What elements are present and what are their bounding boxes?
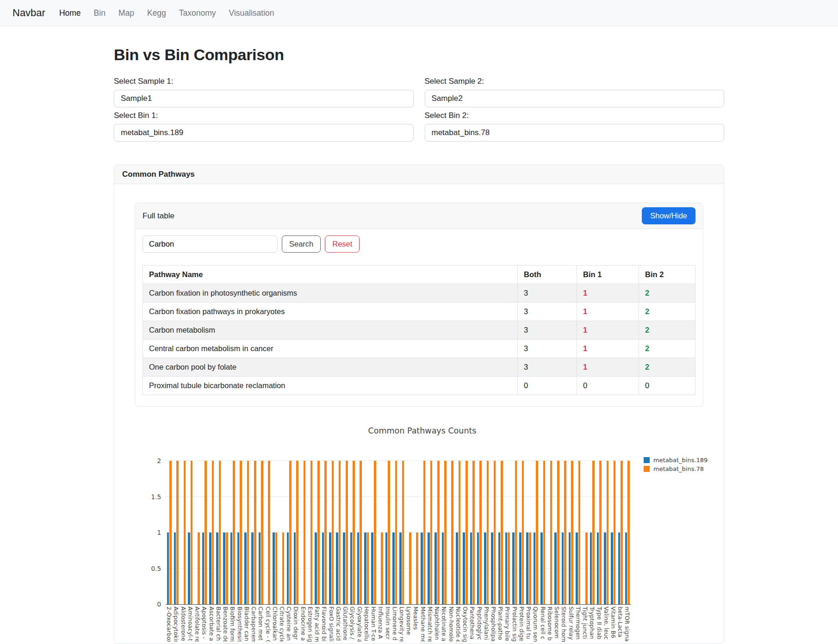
nav-item-home[interactable]: Home (59, 8, 81, 18)
nav-item-map[interactable]: Map (118, 8, 134, 18)
bar-group (511, 461, 518, 604)
bin2-select[interactable] (425, 124, 725, 142)
bar (261, 461, 263, 604)
nav-item-kegg[interactable]: Kegg (147, 8, 166, 18)
bar (463, 533, 465, 604)
column-bin2: Bin 2 (639, 266, 695, 284)
navbar: Navbar Home Bin Map Kegg Taxonomy Visual… (0, 0, 838, 26)
x-axis-tick-label: Mismatch re (427, 607, 434, 642)
common-pathways-card-body: Full table Show/Hide Search Reset (114, 184, 724, 644)
bar-group (405, 461, 412, 604)
bar-group (173, 461, 180, 604)
x-axis-tick-label: Bladder can (243, 607, 250, 642)
bar-group (335, 461, 342, 604)
search-input[interactable] (143, 235, 278, 253)
bar (479, 461, 482, 604)
bar (604, 533, 606, 604)
bar (550, 461, 552, 604)
bin1-label: Select Bin 1: (114, 111, 414, 120)
bar-group (617, 461, 624, 604)
sample1-select[interactable] (114, 90, 414, 107)
bar (212, 461, 214, 604)
bar (237, 533, 240, 604)
bar (268, 461, 270, 604)
x-axis-tick-label: Plant-patho (497, 607, 504, 642)
x-axis-tick-label: Insulin secr (384, 607, 391, 642)
bar (395, 461, 397, 604)
bar-group (539, 461, 546, 604)
bar (329, 533, 331, 604)
bars-container (166, 461, 631, 604)
bar (353, 461, 355, 604)
bar (554, 533, 557, 604)
x-axis-tick-label: Pantothena (469, 607, 476, 642)
nav-item-visualisation[interactable]: Visualisation (229, 8, 274, 18)
legend-item[interactable]: metabat_bins.189 (644, 457, 708, 464)
bar-group (349, 461, 356, 604)
bar-group (257, 461, 264, 604)
x-axis-tick-label: Prolactin sig (511, 607, 518, 642)
x-axis-tick-label: Hepatocellul (363, 607, 370, 642)
column-bin1: Bin 1 (577, 266, 639, 284)
bar (296, 461, 298, 604)
x-axis-tick-label: Measles (412, 607, 419, 642)
bar-group (483, 461, 490, 604)
bar (216, 533, 218, 604)
bar-group (384, 461, 391, 604)
sample2-select[interactable] (425, 90, 725, 107)
bar-group (553, 461, 560, 604)
table-row: Proximal tubule bicarbonate reclamation0… (143, 377, 695, 395)
x-axis-tick-label: Tight juncti (582, 607, 589, 642)
bar-group (363, 461, 370, 604)
bar-group (180, 461, 186, 604)
x-axis-tick-label: Cysteine an (286, 607, 292, 642)
bar-group (575, 461, 582, 604)
bar-group (567, 461, 574, 604)
bar (522, 461, 524, 604)
bar (611, 533, 613, 604)
bar (423, 461, 426, 604)
bar (421, 533, 423, 604)
bar (282, 533, 285, 604)
reset-button[interactable]: Reset (325, 235, 360, 253)
chart-title: Common Pathways Counts (135, 426, 710, 435)
nav-item-taxonomy[interactable]: Taxonomy (179, 8, 216, 18)
bar-group (356, 461, 363, 604)
x-axis-tick-label: Chloroalkan (272, 607, 279, 642)
bar (477, 533, 479, 604)
x-axis-tick-label: Biofilm form (229, 607, 236, 642)
search-button[interactable]: Search (282, 235, 321, 253)
bar (294, 533, 296, 604)
x-axis-tick-label: Ribosome b (546, 607, 553, 642)
show-hide-button[interactable]: Show/Hide (642, 207, 695, 224)
nav-item-bin[interactable]: Bin (94, 8, 106, 18)
bar-group (299, 461, 306, 604)
sample2-label: Select Sample 2: (425, 77, 725, 86)
x-axis-tick-label: Carbon met (257, 607, 264, 642)
bin2-label: Select Bin 2: (425, 111, 725, 120)
selection-form: Select Sample 1: Select Sample 2: Select… (114, 73, 724, 142)
x-axis-tick-label: Aldosterone (180, 607, 186, 642)
navbar-brand[interactable]: Navbar (12, 7, 45, 19)
bar-group (497, 461, 504, 604)
search-row: Search Reset (143, 235, 695, 253)
bar (599, 461, 602, 604)
bin1-select[interactable] (114, 124, 414, 142)
bar (534, 533, 536, 604)
bar (240, 461, 242, 604)
bar-group (603, 461, 610, 604)
legend-item[interactable]: metabat_bins.78 (644, 465, 708, 472)
bar (519, 533, 521, 604)
bar-chart-plot[interactable]: 00.511.52 (166, 461, 631, 605)
bar (618, 533, 621, 604)
bar (470, 533, 472, 604)
bar-group (342, 461, 349, 604)
bar (597, 533, 599, 604)
pathways-table: Pathway Name Both Bin 1 Bin 2 Carbon fix… (143, 265, 695, 395)
bar (466, 461, 468, 604)
bar-group (307, 461, 314, 604)
bar (188, 533, 190, 604)
column-both: Both (518, 266, 577, 284)
bar (205, 461, 207, 604)
bar (430, 461, 433, 604)
